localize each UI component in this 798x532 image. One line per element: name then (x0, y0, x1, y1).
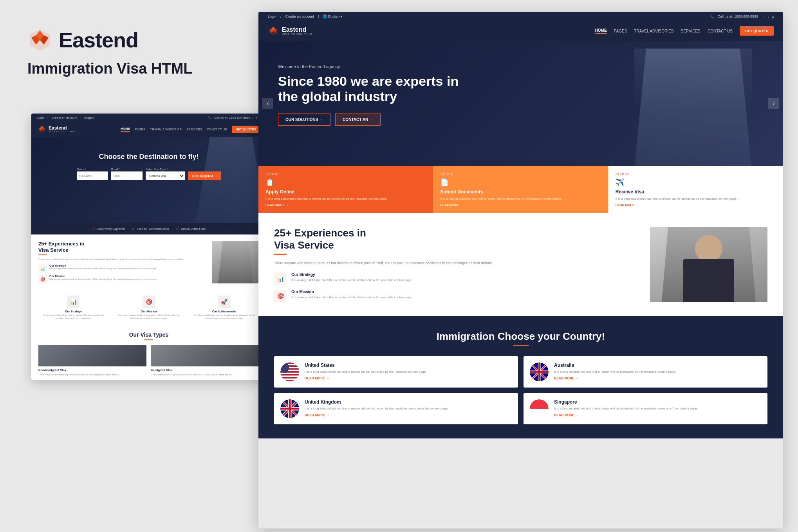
country-au-desc: It is a long established fact that a rea… (554, 370, 761, 374)
country-uk-read[interactable]: READ MORE → (305, 413, 512, 417)
badge-govt: ✓ Government Approved (92, 226, 125, 231)
nav-home[interactable]: HOME (121, 127, 130, 132)
step1-icon: 📋 (265, 178, 426, 187)
step1-desc: It is a long established fact that a rea… (265, 197, 426, 201)
step1-num: STEP 01 (265, 172, 426, 176)
ra-feat0-desc: It is a long established fact that a rea… (291, 278, 413, 282)
step1-read[interactable]: READ MORE → (265, 203, 426, 207)
flag-sg (530, 399, 549, 418)
right-site-logo: Eastend VISA CONSULTING (268, 25, 312, 36)
country-sg-name: Singapore (554, 399, 761, 405)
hero-solutions-btn[interactable]: OUR SOLUTIONS → (278, 114, 330, 126)
country-sg-desc: It is a long established fact that a rea… (554, 406, 761, 411)
left-topbar: Login / Create an account | English 📞 Ca… (31, 114, 266, 121)
form-email-input[interactable] (111, 171, 143, 180)
visa-nonimmigrant: Non-Immigrant Visa There anyone who love… (38, 345, 146, 376)
country-sg: Singapore It is a long established fact … (524, 393, 767, 424)
rnav-home[interactable]: HOME (595, 28, 607, 34)
brand-name: Eastend (59, 28, 138, 52)
nav-travel[interactable]: TRAVEL ADVISORIES (150, 128, 182, 131)
country-sg-read[interactable]: READ MORE → (554, 413, 761, 417)
country-us: United States It is a long established f… (274, 356, 518, 388)
feat-achievements-desc: It is a long established fact that a rea… (189, 314, 259, 320)
form-submit-btn[interactable]: SEND REQUEST → (188, 171, 221, 180)
right-navbar: Eastend VISA CONSULTING HOME PAGES TRAVE… (258, 21, 783, 41)
nav-services[interactable]: SERVICES (186, 128, 202, 131)
feat-strategy: 📊 Our Strategy It is a long established … (38, 296, 108, 320)
rnav-travel[interactable]: TRAVEL ADVISORIES (634, 29, 673, 33)
form-email-label: Email * (111, 168, 143, 171)
rnav-contact[interactable]: CONTACT US (708, 29, 733, 33)
step2-read[interactable]: READ MORE → (440, 203, 601, 207)
step2-desc: It is a long established fact that a rea… (440, 197, 601, 201)
step2-icon: 📄 (440, 178, 601, 187)
left-mockup: Login / Create an account | English 📞 Ca… (31, 114, 266, 380)
la-body: There anyone who loves or pursues nor de… (38, 258, 207, 261)
topbar-lang[interactable]: English (84, 116, 94, 119)
visa-immigrant-desc: There anyone who loves or pursues nor de… (151, 373, 259, 376)
feat-mission-desc: It is a long established fact that a rea… (114, 314, 184, 320)
logo-sub: VISA CONSULTING (49, 130, 76, 133)
la-feat-strategy-desc: It is a long established fact that a rea… (49, 267, 157, 270)
rt-create[interactable]: Create an account (285, 14, 314, 18)
country-us-desc: It is a long established fact that a rea… (305, 370, 512, 374)
step-apply: STEP 01 📋 Apply Online It is a long esta… (258, 166, 433, 213)
rnav-cta-btn[interactable]: GET QUOTES (740, 26, 774, 36)
country-uk-name: United Kingdom (305, 399, 512, 405)
hero-pre: Welcome to the Eastend agency (278, 64, 764, 69)
nav-contact[interactable]: CONTACT US (207, 128, 227, 131)
nav-cta-btn[interactable]: GET QUOTES (232, 126, 260, 133)
rt-lang[interactable]: 🌐 English ▾ (323, 14, 343, 18)
left-panel: Eastend Immigration Visa HTML (27, 27, 193, 78)
step3-icon: ✈️ (616, 178, 776, 187)
topbar-create[interactable]: Create an account (52, 116, 77, 119)
right-logo-icon (268, 25, 279, 36)
rnav-services[interactable]: SERVICES (681, 29, 701, 33)
right-topbar: Login / Create an account | 🌐 English ▾ … (258, 12, 783, 21)
step3-num: STEP 03 (616, 172, 776, 176)
rt-login[interactable]: Login (268, 14, 276, 18)
hero-contact-btn[interactable]: CONTACT AN → (335, 114, 381, 126)
svg-rect-50 (530, 409, 549, 418)
country-au: Australia It is a long established fact … (524, 356, 767, 388)
rnav-pages[interactable]: PAGES (614, 29, 627, 33)
brand-logo-icon (27, 27, 52, 52)
ra-title: 25+ Experiences inVisa Service (274, 227, 639, 251)
rt-phone: Call us at: 1900-900-8899 (717, 14, 758, 18)
step3-read[interactable]: READ MORE → (616, 203, 776, 207)
visa-immigrant: Immigrant Visa There anyone who loves or… (151, 345, 259, 376)
left-visa-section: Our Visa Types Non-Immigrant Visa There … (31, 326, 266, 380)
hero-prev-arrow[interactable]: ‹ (262, 98, 273, 109)
la-feature-mission: 🎯 Our Mission It is a long established f… (38, 275, 207, 283)
phone-icon: 📞 (208, 116, 212, 119)
hero-title: Since 1980 we are experts in the global … (278, 74, 474, 104)
country-uk: United Kingdom It is a long established … (274, 393, 518, 424)
form-name-input[interactable] (77, 171, 108, 180)
country-us-read[interactable]: READ MORE → (305, 376, 512, 380)
right-logo-name: Eastend (282, 27, 312, 33)
brand-header: Eastend (27, 27, 193, 52)
step2-num: STEP 02 (440, 172, 601, 176)
country-title: Immigration Choose your Country! (274, 330, 767, 343)
phone-icon-right: 📞 (710, 14, 714, 18)
form-visa-select[interactable]: Business Visa (146, 171, 185, 180)
la-title: 25+ Experiences inVisa Service (38, 241, 207, 253)
step3-title: Receive Visa (616, 189, 776, 195)
nav-pages[interactable]: PAGES (135, 128, 145, 131)
country-uk-desc: It is a long established fact that a rea… (305, 406, 512, 411)
feat-mission-title: Our Mission (114, 310, 184, 313)
la-feature-strategy: 📊 Our Strategy It is a long established … (38, 264, 207, 273)
country-au-read[interactable]: READ MORE → (554, 376, 761, 380)
ra-feature-0: 📊 Our Strategy It is a long established … (274, 272, 639, 285)
topbar-phone: Call us at: 1900-900-8899 (214, 116, 250, 119)
svg-rect-20 (280, 373, 299, 374)
svg-rect-25 (280, 380, 299, 381)
right-steps: STEP 01 📋 Apply Online It is a long esta… (258, 166, 783, 213)
country-us-name: United States (305, 362, 512, 368)
feat-strategy-desc: It is a long established fact that a rea… (38, 314, 108, 320)
hero-next-arrow[interactable]: › (768, 98, 779, 109)
svg-rect-24 (280, 378, 299, 380)
badge-secure: ✓ Secure Online Form (176, 226, 206, 231)
topbar-login[interactable]: Login (37, 116, 45, 119)
left-hero-title: Choose the Destination to fly! (99, 153, 199, 161)
